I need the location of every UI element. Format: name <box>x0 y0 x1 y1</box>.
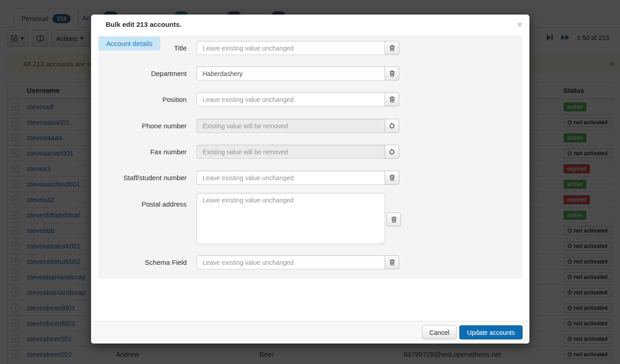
update-accounts-button[interactable]: Update accounts <box>459 325 523 339</box>
field-row-schema-field: Schema Field <box>91 255 399 269</box>
staff-student-number-clear-button[interactable] <box>385 171 399 185</box>
postal-address-clear-button[interactable] <box>386 212 401 227</box>
schema-field-clear-button[interactable] <box>385 255 399 269</box>
title-input[interactable] <box>197 41 385 55</box>
modal-header: Bulk edit 213 accounts. × <box>91 15 529 35</box>
postal-address-textarea[interactable] <box>197 193 385 244</box>
modal-footer: Cancel Update accounts <box>91 321 529 344</box>
fax-number-restore-button[interactable] <box>385 145 399 159</box>
screen: Personal 213 Acc Actions <box>0 0 620 364</box>
postal-address-label: Postal address <box>91 197 197 208</box>
cancel-button[interactable]: Cancel <box>422 325 457 339</box>
fax-number-input <box>197 145 385 159</box>
field-row-position: Position <box>91 92 399 106</box>
trash-icon <box>389 174 395 181</box>
position-input[interactable] <box>197 92 385 106</box>
title-clear-button[interactable] <box>385 41 399 55</box>
schema-field-input[interactable] <box>197 255 385 269</box>
modal-close-icon[interactable]: × <box>517 20 522 29</box>
field-row-postal-address: Postal address <box>91 197 401 243</box>
fax-number-label: Fax number <box>91 148 197 156</box>
department-clear-button[interactable] <box>385 66 399 81</box>
field-row-phone: Phone number <box>91 119 399 133</box>
trash-icon <box>389 70 395 77</box>
trash-icon <box>389 45 395 51</box>
department-input[interactable] <box>197 66 385 81</box>
position-label: Position <box>91 96 197 103</box>
staff-student-number-label: Staff/student number <box>91 174 197 182</box>
schema-field-label: Schema Field <box>91 258 197 266</box>
phone-number-restore-button[interactable] <box>385 119 399 133</box>
undo-icon <box>389 149 395 155</box>
position-clear-button[interactable] <box>385 92 399 106</box>
field-row-title: Title <box>91 41 399 55</box>
department-label: Department <box>91 70 197 77</box>
modal-title: Bulk edit 213 accounts. <box>106 20 182 28</box>
trash-icon <box>389 96 395 103</box>
bulk-edit-modal: Bulk edit 213 accounts. × Account detail… <box>91 15 529 344</box>
field-row-staff-number: Staff/student number <box>91 171 399 185</box>
field-row-fax: Fax number <box>91 145 399 159</box>
phone-number-input <box>197 119 385 133</box>
undo-icon <box>389 123 395 129</box>
trash-icon <box>389 259 395 266</box>
field-row-department: Department <box>91 66 399 81</box>
phone-number-label: Phone number <box>91 122 197 130</box>
title-label: Title <box>91 44 197 52</box>
staff-student-number-input[interactable] <box>197 171 385 185</box>
trash-icon <box>391 216 397 223</box>
